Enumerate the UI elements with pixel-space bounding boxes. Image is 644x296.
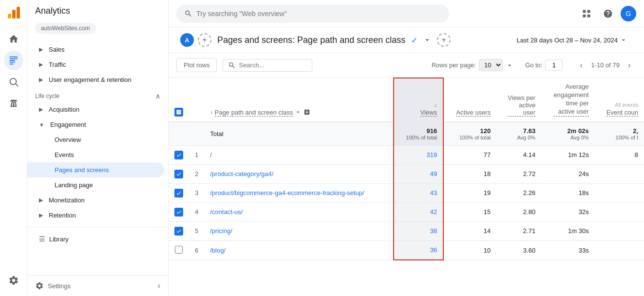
settings-label: Settings (48, 282, 71, 290)
sidebar-item-monetization[interactable]: ▶ Monetization (27, 193, 164, 208)
table-search-box[interactable] (223, 59, 312, 72)
total-active-users-cell: 120 100% of total (443, 122, 496, 146)
table-search-input[interactable] (239, 61, 307, 69)
nav-icon-advertising[interactable] (4, 94, 23, 113)
search-bar[interactable] (176, 4, 449, 23)
row-path-cell[interactable]: /product-category/ga4/ (204, 164, 393, 183)
date-range-button[interactable]: Last 28 days Oct 28 – Nov 24, 2024 (512, 33, 632, 47)
row-path-cell[interactable]: /pricing/ (204, 221, 393, 240)
row-checkbox-cell[interactable] (169, 145, 189, 164)
row-path-cell[interactable]: / (204, 145, 393, 164)
page-path-header[interactable]: ↓ Page path and screen class (204, 78, 393, 122)
nav-icon-reports[interactable] (4, 51, 23, 70)
row-checkbox-cell[interactable] (169, 221, 189, 240)
add-dimension-icon[interactable] (303, 109, 310, 116)
checkbox-check-icon (176, 171, 182, 177)
row-views-cell: 49 (394, 164, 444, 183)
add-metric-button[interactable]: + (437, 33, 451, 47)
svg-point-3 (10, 79, 16, 85)
row-views-cell: 319 (394, 145, 444, 164)
sidebar-item-sales[interactable]: ▶ Sales (27, 42, 164, 57)
row-views-cell: 36 (394, 240, 444, 260)
go-to-input[interactable] (545, 59, 563, 71)
svg-rect-0 (8, 14, 11, 19)
views-column-label: Views (420, 109, 437, 117)
date-range-text: Last 28 days Oct 28 – Nov 24, 2024 (517, 37, 618, 44)
row-path-cell[interactable]: /contact-us/ (204, 202, 393, 221)
nav-icon-explore[interactable] (4, 72, 23, 92)
sidebar-item-user-engagement[interactable]: ▶ User engagement & retention (27, 72, 164, 87)
row-path-cell[interactable]: /blog/ (204, 240, 393, 260)
row-views-per-user-cell: 4.14 (496, 145, 541, 164)
add-comparison-button[interactable]: + (198, 33, 211, 47)
main-content: G A + Pages and screens: Page path and s… (169, 0, 644, 296)
sidebar-item-overview[interactable]: Overview (27, 132, 164, 147)
rows-per-page-select[interactable]: 10 25 50 (479, 59, 503, 71)
account-selector[interactable]: autoWebSites.com (27, 20, 168, 38)
row-views-per-user-cell: 2.80 (496, 202, 541, 221)
chevron-right-icon: ▶ (39, 197, 43, 203)
page-path-dropdown-icon[interactable] (295, 109, 302, 116)
section-collapse-icon[interactable]: ∧ (155, 92, 160, 100)
avg-engagement-header[interactable]: Averageengagementtime peractive user (541, 78, 595, 122)
row-event-count-cell: 8 (595, 145, 644, 164)
sidebar-item-engagement[interactable]: ▼ Engagement (27, 117, 164, 132)
total-avg-engagement-cell: 2m 02s Avg 0% (541, 122, 595, 146)
row-checkbox-cell[interactable] (169, 183, 189, 202)
row-avg-engagement-cell: 33s (541, 240, 595, 260)
row-checkbox-cell[interactable] (169, 240, 189, 260)
icon-rail (0, 0, 27, 296)
topbar: G (169, 0, 644, 27)
sidebar-item-acquisition[interactable]: ▶ Acquisition (27, 102, 164, 117)
settings-icon (35, 281, 44, 290)
pagination-text: 1-10 of 79 (591, 61, 620, 69)
verified-icon: ✓ (411, 36, 417, 45)
select-all-header[interactable] (169, 78, 189, 122)
sidebar-item-label: Overview (55, 136, 81, 143)
table-row: 1 / 319 77 4.14 1m 12s 8 (169, 145, 644, 164)
sidebar-footer[interactable]: Settings ‹ (27, 275, 168, 296)
nav-icon-settings[interactable] (4, 271, 23, 290)
active-users-header[interactable]: Active users (443, 78, 496, 122)
row-active-users-cell: 19 (443, 183, 496, 202)
row-avg-engagement-cell: 1m 12s (541, 145, 595, 164)
svg-rect-1 (12, 10, 16, 19)
row-event-count-cell (595, 240, 644, 260)
sidebar-item-pages-and-screens[interactable]: Pages and screens (27, 162, 164, 178)
help-icon-btn[interactable] (599, 5, 617, 22)
row-checkbox-input[interactable] (175, 246, 183, 254)
row-path-cell[interactable]: /product/bigcommerce-ga4-ecommerce-track… (204, 183, 393, 202)
views-header[interactable]: ↓ Views (394, 78, 444, 122)
row-rank-cell: 1 (189, 145, 204, 164)
sidebar-item-label: Acquisition (49, 106, 79, 113)
user-avatar[interactable]: G (621, 6, 636, 21)
event-count-header[interactable]: All events Event coun (595, 78, 644, 122)
title-dropdown-button[interactable] (421, 34, 433, 46)
row-checkbox-cell[interactable] (169, 202, 189, 221)
prev-page-button[interactable]: ‹ (574, 59, 588, 72)
nav-icon-home[interactable] (4, 29, 23, 49)
sidebar-collapse-icon[interactable]: ‹ (158, 281, 160, 290)
account-chip[interactable]: autoWebSites.com (35, 23, 96, 34)
sidebar-item-events[interactable]: Events (27, 147, 164, 162)
table-search-icon (228, 61, 236, 69)
next-page-button[interactable]: › (623, 59, 636, 72)
row-active-users-cell: 10 (443, 240, 496, 260)
sidebar-item-landing-page[interactable]: Landing page (27, 178, 164, 193)
sidebar-item-library[interactable]: ☰ Library (27, 231, 164, 247)
views-per-user-header[interactable]: Views peractiveuser (496, 78, 541, 122)
avg-engagement-column-label: Averageengagementtime peractive user (553, 83, 588, 117)
row-checkbox-cell[interactable] (169, 164, 189, 183)
grid-icon-btn[interactable] (578, 5, 595, 22)
table-row: 5 /pricing/ 38 14 2.71 1m 30s (169, 221, 644, 240)
sidebar-item-traffic[interactable]: ▶ Traffic (27, 57, 164, 72)
row-avg-engagement-cell: 18s (541, 183, 595, 202)
row-active-users-cell: 77 (443, 145, 496, 164)
search-input[interactable] (196, 10, 441, 18)
sidebar-item-retention[interactable]: ▶ Retention (27, 208, 164, 223)
table-toolbar: Plot rows Rows per page: 10 25 50 Go to: (169, 53, 644, 78)
plot-rows-button[interactable]: Plot rows (176, 58, 217, 72)
sidebar-item-label: Traffic (49, 61, 66, 68)
comparison-avatar: A (180, 33, 194, 47)
grid-icon (582, 9, 591, 19)
